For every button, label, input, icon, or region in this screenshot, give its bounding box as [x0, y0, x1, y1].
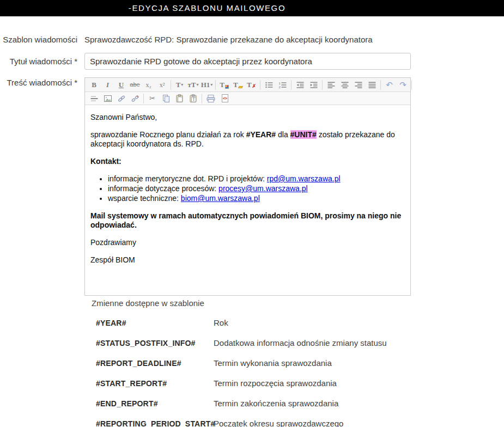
align-center-icon[interactable] — [338, 80, 351, 90]
color-swatch — [225, 85, 229, 89]
redo-icon[interactable]: ↷ — [397, 80, 409, 90]
svg-text:2: 2 — [278, 86, 281, 89]
rich-text-editor: B I U abe x₂ x² T▾ ᴛT▾ H1▾ T T T✗ 12 — [84, 77, 411, 296]
template-row: Szablon wiadomości Sprawozdawczość RPD: … — [0, 34, 504, 45]
template-value: Sprawozdawczość RPD: Sprawozdanie przeka… — [84, 34, 373, 45]
email-link[interactable]: procesy@um.warszawa.pl — [218, 184, 308, 193]
strikethrough-icon[interactable]: abe — [129, 80, 141, 90]
variable-name: #END_REPORT# — [96, 399, 214, 408]
toolbar-separator — [322, 80, 323, 90]
email-link[interactable]: biom@um.warszawa.pl — [181, 194, 260, 203]
variable-name: #REPORTING_PERIOD_START# — [96, 419, 214, 427]
copy-icon[interactable] — [160, 93, 172, 104]
body-paragraph-status: sprawozdanie Rocznego planu działań za r… — [90, 130, 405, 149]
chevron-down-icon: ▾ — [197, 83, 199, 87]
highlight-color-icon[interactable]: T — [232, 80, 244, 90]
editor-content-area[interactable]: Szanowni Państwo, sprawozdanie Rocznego … — [85, 105, 410, 295]
variable-name: #YEAR# — [96, 319, 214, 327]
align-left-icon[interactable] — [325, 80, 337, 90]
title-label: Tytuł wiadomości * — [0, 53, 84, 70]
contact-list-item: informacje dotyczące procesów: procesy@u… — [108, 184, 405, 193]
pencil-icon — [238, 86, 243, 88]
underline-icon[interactable]: U — [115, 80, 127, 90]
template-variables-section: Zmienne dostępne w szablonie #YEAR# Rok … — [92, 298, 504, 427]
align-right-icon[interactable] — [352, 80, 365, 90]
toolbar-separator — [143, 94, 144, 103]
page-header-bar: -EDYCJA SZABLONU MAILOWEGO — [0, 0, 504, 16]
toolbar-separator — [215, 80, 216, 90]
unlink-icon[interactable] — [129, 93, 141, 104]
svg-text:1: 1 — [278, 81, 281, 84]
team-signature: Zespół BIOM — [90, 255, 405, 265]
content-label: Treść wiadomości * — [0, 77, 84, 88]
image-icon[interactable] — [101, 93, 114, 104]
justify-icon[interactable] — [366, 80, 378, 90]
superscript-icon[interactable]: x² — [156, 80, 168, 90]
variable-description: Rok — [214, 318, 228, 327]
link-icon[interactable] — [115, 93, 127, 104]
chevron-down-icon: ▾ — [210, 83, 212, 87]
toolbar-separator — [380, 80, 381, 90]
title-row: Tytuł wiadomości * — [0, 53, 504, 70]
toolbar-separator — [291, 80, 292, 90]
subscript-icon[interactable]: x₂ — [142, 80, 155, 90]
chevron-down-icon: ▾ — [181, 83, 183, 87]
variable-row: #START_REPORT# Termin rozpoczęcia sprawo… — [92, 373, 504, 393]
variable-name: #START_REPORT# — [96, 379, 214, 388]
variable-description: Termin wykonania sprawozdania — [214, 358, 332, 368]
variable-name: #STATUS_POSTFIX_INFO# — [96, 339, 214, 347]
cut-icon[interactable]: ✂ — [146, 93, 159, 104]
year-variable: #YEAR# — [246, 130, 276, 139]
unit-variable-highlighted: #UNIT# — [290, 130, 317, 139]
variable-description: Dodatkowa informacja odnośnie zmiany sta… — [214, 338, 387, 347]
contact-list-item: informacje merytoryczne dot. RPD i proje… — [108, 174, 405, 184]
title-input[interactable] — [84, 53, 411, 70]
source-code-icon[interactable]: <> — [218, 93, 231, 104]
email-template-form: Szablon wiadomości Sprawozdawczość RPD: … — [0, 16, 504, 296]
editor-toolbar-row2: ✂ T <> — [85, 92, 410, 105]
toolbar-separator — [202, 94, 202, 103]
toolbar-separator — [411, 80, 412, 90]
system-mail-notice: Mail systemowy w ramach automatycznych p… — [90, 211, 405, 230]
required-marker: * — [74, 78, 77, 87]
font-family-icon[interactable]: T▾ — [173, 80, 186, 90]
contact-heading: Kontakt: — [90, 157, 405, 166]
contact-list-item: wsparcie techniczne: biom@um.warszawa.pl — [108, 194, 405, 203]
variable-row: #STATUS_POSTFIX_INFO# Dodatkowa informac… — [92, 333, 504, 353]
heading-format-icon[interactable]: H1▾ — [201, 80, 213, 90]
variable-row: #REPORTING_PERIOD_START# Początek okresu… — [92, 413, 504, 427]
text-color-icon[interactable]: T — [218, 80, 230, 90]
contact-list: informacje merytoryczne dot. RPD i proje… — [90, 174, 405, 203]
template-label: Szablon wiadomości — [0, 34, 84, 45]
variable-description: Termin rozpoczęcia sprawozdania — [214, 379, 337, 388]
page-title: -EDYCJA SZABLONU MAILOWEGO — [0, 0, 414, 16]
email-link[interactable]: rpd@um.warszawa.pl — [267, 174, 341, 183]
print-icon[interactable] — [204, 93, 217, 104]
signoff: Pozdrawiamy — [90, 238, 405, 247]
remove-format-icon[interactable]: T✗ — [245, 80, 258, 90]
numbered-list-icon[interactable]: 12 — [276, 80, 289, 90]
svg-text:T: T — [192, 97, 195, 102]
variables-table: #YEAR# Rok #STATUS_POSTFIX_INFO# Dodatko… — [92, 313, 504, 427]
body-greeting: Szanowni Państwo, — [90, 113, 405, 122]
editor-toolbar-row1: B I U abe x₂ x² T▾ ᴛT▾ H1▾ T T T✗ 12 — [85, 78, 410, 92]
content-row: Treść wiadomości * B I U abe x₂ x² T▾ ᴛT… — [0, 77, 504, 296]
indent-icon[interactable] — [307, 80, 320, 90]
toolbar-separator — [260, 80, 260, 90]
variables-heading: Zmienne dostępne w szablonie — [92, 298, 504, 308]
horizontal-rule-icon[interactable] — [88, 93, 100, 104]
paste-as-text-icon[interactable]: T — [187, 93, 199, 104]
variable-name: #REPORT_DEADLINE# — [96, 359, 214, 368]
variable-row: #REPORT_DEADLINE# Termin wykonania spraw… — [92, 353, 504, 373]
bold-icon[interactable]: B — [88, 80, 100, 90]
variable-row: #YEAR# Rok — [92, 313, 504, 333]
required-marker: * — [74, 57, 77, 66]
outdent-icon[interactable] — [294, 80, 306, 90]
bullet-list-icon[interactable] — [263, 80, 275, 90]
variable-description: Początek okresu sprawozdawczego — [214, 419, 343, 427]
paste-icon[interactable] — [173, 93, 186, 104]
toolbar-separator — [171, 80, 171, 90]
font-size-icon[interactable]: ᴛT▾ — [187, 80, 199, 90]
undo-icon[interactable]: ↶ — [383, 80, 396, 90]
italic-icon[interactable]: I — [101, 80, 114, 90]
